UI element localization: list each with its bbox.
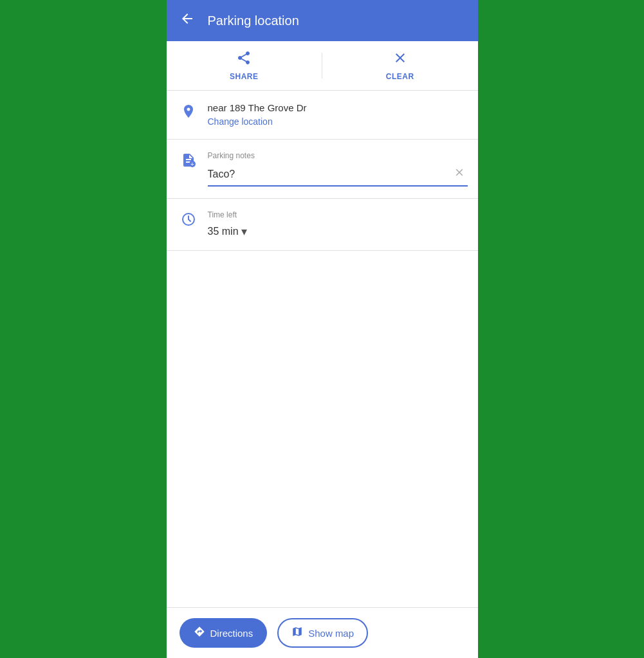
notes-label: Parking notes	[208, 151, 468, 160]
notes-body: Parking notes	[208, 151, 468, 187]
time-label: Time left	[208, 210, 468, 219]
page-title: Parking location	[208, 14, 299, 28]
notes-icon: +	[181, 152, 196, 168]
svg-text:+: +	[190, 161, 194, 168]
parking-notes-section: + Parking notes	[167, 140, 478, 199]
clear-icon	[392, 50, 408, 69]
location-body: near 189 The Grove Dr Change location	[208, 102, 468, 127]
phone-screen: Parking location SHARE CLEAR	[167, 0, 478, 658]
clock-icon	[181, 212, 196, 227]
time-left-section: Time left 35 min ▾	[167, 199, 478, 251]
clear-button[interactable]: CLEAR	[322, 41, 478, 90]
parking-notes-input[interactable]	[208, 169, 451, 180]
clear-label: CLEAR	[386, 72, 414, 81]
share-button[interactable]: SHARE	[167, 41, 322, 90]
action-bar: SHARE CLEAR	[167, 41, 478, 91]
location-icon-container	[177, 104, 200, 119]
content-area: near 189 The Grove Dr Change location + …	[167, 91, 478, 607]
directions-button[interactable]: Directions	[179, 618, 268, 648]
bottom-bar: Directions Show map	[167, 607, 478, 658]
directions-label: Directions	[210, 628, 253, 639]
show-map-button[interactable]: Show map	[277, 618, 368, 648]
clock-icon-container	[177, 212, 200, 227]
map-icon	[291, 626, 303, 640]
time-select-row[interactable]: 35 min ▾	[208, 224, 468, 239]
show-map-label: Show map	[308, 628, 354, 639]
change-location-link[interactable]: Change location	[208, 116, 273, 127]
share-icon	[236, 50, 252, 69]
location-text: near 189 The Grove Dr	[208, 102, 468, 113]
notes-input-row	[208, 165, 468, 187]
share-label: SHARE	[230, 72, 259, 81]
location-section: near 189 The Grove Dr Change location	[167, 91, 478, 140]
time-value: 35 min	[208, 226, 239, 237]
notes-icon-container: +	[177, 152, 200, 168]
back-button[interactable]	[177, 8, 198, 33]
location-pin-icon	[181, 104, 196, 119]
directions-icon	[194, 626, 205, 640]
time-body: Time left 35 min ▾	[208, 210, 468, 239]
clear-notes-button[interactable]	[451, 165, 468, 183]
header: Parking location	[167, 0, 478, 41]
dropdown-arrow-icon: ▾	[241, 224, 247, 239]
